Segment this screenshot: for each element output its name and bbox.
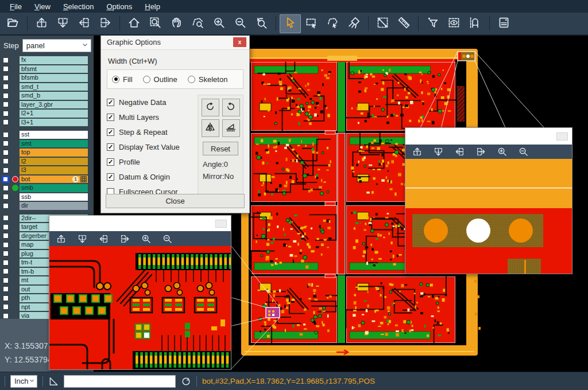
move-down-button[interactable] <box>78 234 87 244</box>
radio-skeleton[interactable]: Skeleton <box>188 75 228 84</box>
step-select[interactable]: panel <box>22 39 91 52</box>
reset-button[interactable]: Reset <box>203 142 238 155</box>
sync-icon[interactable] <box>181 376 191 387</box>
layer-checkbox-layer_3.gbr[interactable] <box>3 102 9 107</box>
magnified-pcb-view[interactable] <box>49 246 231 369</box>
radio-outline[interactable]: Outline <box>143 75 177 84</box>
layer-checkbox-smt[interactable] <box>3 141 9 146</box>
close-icon[interactable]: x <box>233 37 246 47</box>
layer-item-l3[interactable]: l3 <box>20 166 88 174</box>
checkbox-negative-data[interactable]: ✓ <box>107 99 114 106</box>
mirror-vertical-button[interactable] <box>202 119 219 137</box>
layer-checkbox-smd_b[interactable] <box>3 93 9 99</box>
dialog-title-bar[interactable]: Graphic Options x <box>101 35 249 50</box>
select-rect-button[interactable] <box>301 14 322 33</box>
menu-view[interactable]: View <box>28 1 57 12</box>
zoom-polygon-button[interactable] <box>187 14 208 33</box>
zoom-in-button[interactable] <box>141 234 151 244</box>
layer-checkbox-out[interactable] <box>3 286 9 292</box>
zoom-out-button[interactable] <box>519 147 528 157</box>
layer-item-smd_b[interactable]: smd_b <box>20 92 88 100</box>
layer-checkbox-plug[interactable] <box>3 251 9 256</box>
layer-item-l2+1[interactable]: l2+1 <box>20 110 88 118</box>
layer-checkbox-target[interactable] <box>3 224 9 230</box>
checkbox-display-text-value[interactable]: ✓ <box>107 143 114 151</box>
zoom-in-button[interactable] <box>208 14 230 33</box>
window-title-bar[interactable] <box>405 128 572 145</box>
move-down-button[interactable] <box>52 14 74 33</box>
mirror-horizontal-button[interactable] <box>222 119 240 137</box>
layer-checkbox-npt[interactable] <box>3 304 9 310</box>
layer-checkbox-mt[interactable] <box>3 278 9 283</box>
layer-item-smd_t[interactable]: smd_t <box>20 83 88 91</box>
move-down-button[interactable] <box>434 147 443 157</box>
zoom-out-button[interactable] <box>230 14 251 33</box>
move-right-button[interactable] <box>95 14 116 33</box>
layer-checkbox-tm-b[interactable] <box>3 268 9 274</box>
layer-checkbox-map[interactable] <box>3 242 9 248</box>
checkbox-profile[interactable]: ✓ <box>107 158 114 166</box>
window-control-button[interactable] <box>215 220 227 228</box>
menu-file[interactable]: File <box>3 1 28 12</box>
zoom-source-pads[interactable] <box>458 52 475 61</box>
window-title-bar[interactable] <box>49 216 231 231</box>
close-button[interactable]: Close <box>106 194 245 208</box>
layer-checkbox-tm-t[interactable] <box>3 260 9 266</box>
clear-brush-button[interactable] <box>343 14 365 33</box>
move-left-button[interactable] <box>455 147 465 157</box>
angle-mode-icon[interactable] <box>48 376 59 387</box>
layer-checkbox-ssb[interactable] <box>3 194 9 200</box>
move-up-button[interactable] <box>56 234 66 244</box>
layer-item-ssb[interactable]: ssb <box>20 193 88 201</box>
menu-help[interactable]: Help <box>138 1 167 12</box>
layer-item-bfsmt[interactable]: bfsmt <box>20 65 88 73</box>
magnified-pad-view[interactable] <box>405 159 572 274</box>
checkbox-step-repeat[interactable]: ✓ <box>107 128 114 136</box>
layer-panel-button[interactable] <box>493 14 514 33</box>
layer-checkbox-2dir--[interactable] <box>3 215 9 221</box>
zoom-in-button[interactable] <box>497 147 507 157</box>
layer-item-bot[interactable]: bot1 <box>20 176 88 184</box>
layer-checkbox-l3[interactable] <box>3 167 9 173</box>
select-arrow-button[interactable] <box>280 14 301 33</box>
layer-item-l3+1[interactable]: l3+1 <box>20 119 88 127</box>
command-input[interactable] <box>64 375 176 388</box>
filter-button[interactable] <box>422 14 443 33</box>
layer-checkbox-dirgerber[interactable] <box>3 233 9 239</box>
layer-checkbox-sst[interactable] <box>3 132 9 138</box>
layer-item-smt[interactable]: smt <box>20 140 88 148</box>
layer-item-top[interactable]: top <box>20 149 88 157</box>
folder-open-button[interactable] <box>2 14 24 33</box>
layer-item-fx[interactable]: fx <box>20 56 88 64</box>
layer-item-l2[interactable]: l2 <box>20 158 88 166</box>
checkbox-multi-layers[interactable]: ✓ <box>107 114 114 121</box>
zoom-window-button[interactable] <box>145 14 166 33</box>
layer-checkbox-via[interactable] <box>3 313 9 319</box>
layer-checkbox-l3+1[interactable] <box>3 119 9 125</box>
layer-item-sst[interactable]: sst <box>20 131 88 139</box>
layer-checkbox-bot[interactable] <box>2 176 9 183</box>
zoom-source-selection[interactable] <box>266 307 280 318</box>
move-right-button[interactable] <box>120 234 130 244</box>
move-up-button[interactable] <box>412 147 422 157</box>
checkbox-datum-origin[interactable]: ✓ <box>107 173 114 181</box>
layer-item-layer_3.gbr[interactable]: layer_3.gbr <box>20 101 88 109</box>
layer-checkbox-fx[interactable] <box>3 57 9 63</box>
layer-checkbox-bfsmt[interactable] <box>3 66 9 72</box>
measure-distance-button[interactable] <box>372 14 393 33</box>
layer-item-bfsmb[interactable]: bfsmb <box>20 74 88 82</box>
move-up-button[interactable] <box>31 14 52 33</box>
layer-checkbox-smd_t[interactable] <box>3 84 9 89</box>
radio-fill[interactable]: Fill <box>112 75 133 84</box>
menu-options[interactable]: Options <box>100 1 138 12</box>
move-left-button[interactable] <box>74 14 95 33</box>
layer-checkbox-smb[interactable] <box>3 185 9 191</box>
layer-checkbox-top[interactable] <box>3 150 9 155</box>
move-left-button[interactable] <box>99 234 109 244</box>
select-polygon-button[interactable] <box>322 14 343 33</box>
snap-magnet-button[interactable] <box>465 14 486 33</box>
rotate-ccw-button[interactable] <box>222 99 240 116</box>
layer-checkbox-pth[interactable] <box>3 295 9 301</box>
rotate-cw-button[interactable] <box>202 99 219 116</box>
layer-checkbox-bfsmb[interactable] <box>3 75 9 81</box>
